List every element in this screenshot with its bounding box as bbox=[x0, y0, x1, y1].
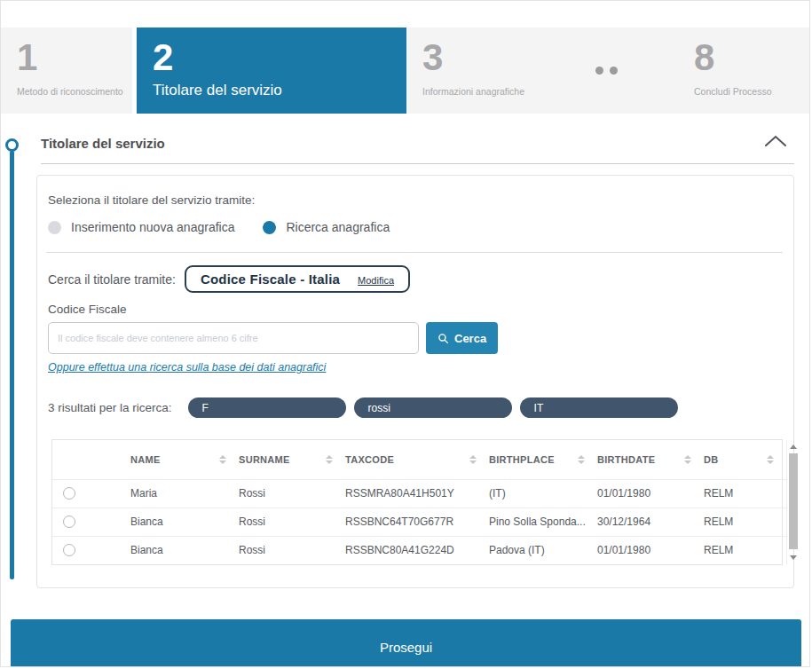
sort-arrows-icon[interactable] bbox=[767, 455, 774, 464]
timeline-line bbox=[10, 151, 14, 579]
search-button[interactable]: Cerca bbox=[426, 322, 498, 354]
search-button-label: Cerca bbox=[454, 332, 486, 345]
radio-column-header bbox=[52, 440, 130, 479]
search-tag: F bbox=[188, 397, 346, 418]
top-strip bbox=[1, 1, 809, 28]
table-row[interactable]: Bianca Rossi RSSBNC80A41G224D Padova (IT… bbox=[52, 536, 786, 564]
cell-birthplace: (IT) bbox=[489, 479, 597, 508]
sort-arrows-icon[interactable] bbox=[219, 455, 226, 464]
search-method-name: Codice Fiscale - Italia bbox=[201, 272, 340, 287]
results-label: 3 risultati per la ricerca: bbox=[48, 401, 172, 414]
cell-birthplace: Padova (IT) bbox=[489, 536, 597, 564]
sort-arrows-icon[interactable] bbox=[578, 455, 585, 464]
search-tags: F rossi IT bbox=[188, 397, 678, 418]
radio-icon[interactable] bbox=[48, 221, 61, 234]
steps-spacer bbox=[655, 28, 678, 114]
step-8-concludi-processo[interactable]: 8 Concludi Processo bbox=[678, 28, 809, 114]
step-label: Concludi Processo bbox=[694, 86, 809, 97]
scrollbar-thumb[interactable] bbox=[789, 453, 798, 549]
titolare-card: Seleziona il titolare del servizio trami… bbox=[36, 175, 794, 588]
modify-link[interactable]: Modifica bbox=[358, 275, 394, 286]
sort-arrows-icon[interactable] bbox=[684, 455, 691, 464]
step-number: 3 bbox=[422, 39, 557, 76]
results-table-container: NAME SURNAME TAXCODE BIRTHPLACE BIRTHDAT… bbox=[51, 439, 783, 565]
wizard-page: 1 Metodo di riconoscimento 2 Titolare de… bbox=[0, 0, 810, 667]
step-label: Titolare del servizio bbox=[153, 82, 406, 99]
step-2-titolare-del-servizio[interactable]: 2 Titolare del servizio bbox=[137, 28, 406, 114]
divider bbox=[46, 252, 783, 253]
radio-inserimento-nuova-anagrafica[interactable]: Inserimento nuova anagrafica bbox=[48, 220, 234, 234]
search-tag: rossi bbox=[354, 397, 512, 418]
radio-icon-selected[interactable] bbox=[263, 221, 276, 234]
column-header-db[interactable]: DB bbox=[704, 440, 786, 479]
column-header-birthplace[interactable]: BIRTHPLACE bbox=[489, 440, 597, 479]
search-icon bbox=[438, 333, 449, 344]
radio-label: Ricerca anagrafica bbox=[286, 220, 390, 234]
results-row: 3 risultati per la ricerca: F rossi IT bbox=[48, 397, 783, 418]
table-row[interactable]: Bianca Rossi RSSBNC64T70G677R Pino Solla… bbox=[52, 508, 786, 536]
chevron-up-icon[interactable] bbox=[764, 135, 794, 151]
step-number: 8 bbox=[694, 39, 809, 76]
arrow-down-icon[interactable] bbox=[787, 552, 799, 563]
timeline-node-icon bbox=[5, 138, 19, 152]
taxcode-label: Codice Fiscale bbox=[48, 303, 783, 316]
cell-birthdate: 01/01/1980 bbox=[597, 536, 704, 564]
radio-label: Inserimento nuova anagrafica bbox=[71, 220, 234, 234]
cell-taxcode: RSSMRA80A41H501Y bbox=[345, 479, 489, 508]
column-header-taxcode[interactable]: TAXCODE bbox=[345, 440, 489, 479]
cell-birthplace: Pino Solla Sponda... bbox=[489, 508, 597, 536]
step-number: 1 bbox=[17, 39, 132, 76]
column-header-surname[interactable]: SURNAME bbox=[239, 440, 345, 479]
arrow-up-icon[interactable] bbox=[787, 441, 799, 453]
row-select-radio[interactable] bbox=[63, 544, 75, 556]
radio-ricerca-anagrafica[interactable]: Ricerca anagrafica bbox=[263, 220, 390, 234]
cell-name: Bianca bbox=[130, 508, 239, 536]
search-by-row: Cerca il titolare tramite: Codice Fiscal… bbox=[48, 265, 783, 293]
section-header: Titolare del servizio bbox=[41, 135, 794, 164]
cell-surname: Rossi bbox=[239, 479, 345, 508]
cell-surname: Rossi bbox=[239, 536, 345, 564]
steps-ellipsis-icon bbox=[557, 28, 655, 114]
step-3-informazioni-anagrafiche[interactable]: 3 Informazioni anagrafiche bbox=[406, 28, 557, 114]
row-select-radio[interactable] bbox=[63, 516, 75, 528]
cell-db: RELM bbox=[704, 479, 786, 508]
cell-name: Maria bbox=[130, 479, 239, 508]
section-title: Titolare del servizio bbox=[41, 136, 165, 151]
mode-radio-group: Inserimento nuova anagrafica Ricerca ana… bbox=[48, 220, 783, 234]
column-header-birthdate[interactable]: BIRTHDATE bbox=[597, 440, 704, 479]
step-header: 1 Metodo di riconoscimento 2 Titolare de… bbox=[1, 28, 809, 114]
alt-search-link[interactable]: Oppure effettua una ricerca sulla base d… bbox=[48, 361, 326, 374]
taxcode-input[interactable] bbox=[48, 322, 419, 354]
row-select-radio[interactable] bbox=[63, 487, 75, 500]
continue-button[interactable]: Prosegui bbox=[11, 619, 801, 667]
select-mode-label: Seleziona il titolare del servizio trami… bbox=[48, 193, 783, 207]
taxcode-input-row: Cerca bbox=[48, 322, 783, 354]
cell-taxcode: RSSBNC64T70G677R bbox=[345, 508, 489, 536]
table-row[interactable]: Maria Rossi RSSMRA80A41H501Y (IT) 01/01/… bbox=[52, 479, 786, 508]
cell-birthdate: 01/01/1980 bbox=[597, 479, 704, 508]
table-scrollbar[interactable] bbox=[786, 440, 787, 564]
cell-name: Bianca bbox=[130, 536, 239, 564]
search-tag: IT bbox=[520, 397, 678, 418]
step-number: 2 bbox=[153, 39, 406, 76]
cell-surname: Rossi bbox=[239, 508, 345, 536]
step-1-metodo-di-riconoscimento[interactable]: 1 Metodo di riconoscimento bbox=[1, 28, 132, 114]
sort-arrows-icon[interactable] bbox=[326, 455, 333, 464]
cell-db: RELM bbox=[704, 508, 786, 536]
cell-db: RELM bbox=[704, 536, 786, 564]
table-header-row: NAME SURNAME TAXCODE BIRTHPLACE BIRTHDAT… bbox=[52, 440, 786, 479]
cell-birthdate: 30/12/1964 bbox=[597, 508, 704, 536]
step-label: Metodo di riconoscimento bbox=[17, 86, 132, 97]
search-by-label: Cerca il titolare tramite: bbox=[48, 272, 176, 287]
results-table: NAME SURNAME TAXCODE BIRTHPLACE BIRTHDAT… bbox=[52, 440, 786, 564]
cell-taxcode: RSSBNC80A41G224D bbox=[345, 536, 489, 564]
search-method-box[interactable]: Codice Fiscale - Italia Modifica bbox=[185, 265, 410, 293]
step-label: Informazioni anagrafiche bbox=[422, 86, 557, 97]
sort-arrows-icon[interactable] bbox=[469, 455, 477, 464]
column-header-name[interactable]: NAME bbox=[130, 440, 239, 479]
